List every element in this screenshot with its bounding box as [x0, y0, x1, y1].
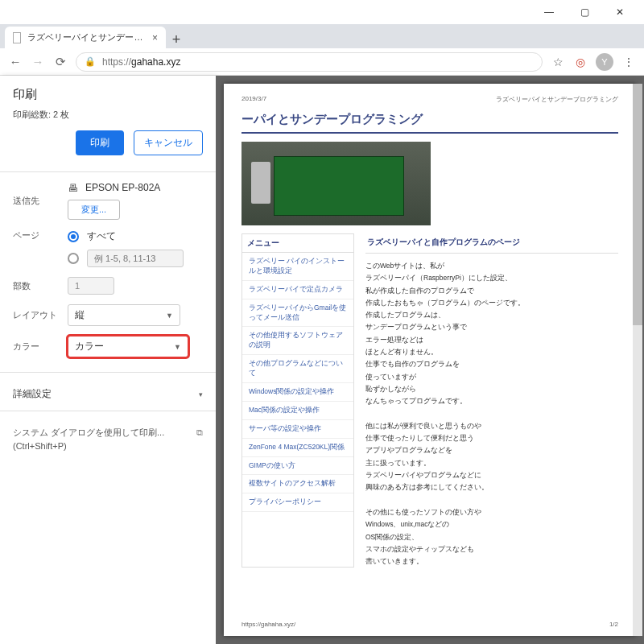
preview-footer-url: https://gahaha.xyz/: [242, 621, 295, 628]
pages-all-radio[interactable]: [68, 231, 79, 242]
tab-title: ラズベリーパイとサンデープログラミング: [27, 31, 146, 43]
preview-menu-item: Mac関係の設定や操作: [242, 402, 353, 420]
preview-hero-image: [242, 142, 431, 225]
chevron-down-icon: ▼: [166, 312, 173, 320]
window-close-button[interactable]: ✕: [602, 1, 638, 23]
window-minimize-button[interactable]: —: [531, 1, 567, 23]
preview-scrollbar[interactable]: [633, 84, 642, 636]
browser-tabstrip: ラズベリーパイとサンデープログラミング × +: [0, 24, 644, 48]
preview-menu-item: ラズベリー パイのインストールと環境設定: [242, 253, 353, 281]
pages-custom-input[interactable]: [87, 250, 184, 267]
preview-menu-item: 複数サイトのアクセス解析: [242, 475, 353, 493]
destination-value: EPSON EP-802A: [85, 182, 160, 193]
menu-kebab-icon[interactable]: ⋮: [621, 56, 636, 68]
print-button[interactable]: 印刷: [76, 130, 124, 155]
print-preview-pane: 2019/3/7 ラズベリーパイとサンデープログラミング ーパイとサンデープログ…: [216, 76, 644, 644]
reload-button[interactable]: ⟳: [53, 55, 68, 69]
browser-toolbar: ← → ⟳ 🔒 https://gahaha.xyz ☆ ◎ Y ⋮: [0, 48, 644, 76]
change-destination-button[interactable]: 変更...: [68, 200, 120, 220]
preview-footer-pagenum: 1/2: [609, 621, 618, 628]
bookmark-star-icon[interactable]: ☆: [551, 56, 565, 68]
preview-menu-item: ZenFone 4 Max(ZC520KL)関係: [242, 439, 353, 457]
preview-header-title: ラズベリーパイとサンデープログラミング: [496, 95, 618, 104]
preview-menu-item: プライバシーポリシー: [242, 493, 353, 512]
window-titlebar: — ▢ ✕: [0, 0, 644, 24]
extension-icon[interactable]: ◎: [573, 56, 588, 68]
chevron-down-icon: ▾: [199, 390, 203, 398]
pages-all-text: すべて: [87, 229, 116, 243]
workspace: 印刷 印刷総数: 2 枚 印刷 キャンセル 送信先 🖶 EPSON EP-802…: [0, 76, 644, 644]
color-label: カラー: [13, 341, 63, 353]
preview-menu-item: GIMPの使い方: [242, 457, 353, 476]
copies-label: 部数: [13, 280, 63, 292]
print-dialog-title: 印刷: [13, 87, 203, 102]
preview-content-heading: ラズベリーパイと自作プログラムのページ: [365, 233, 618, 254]
print-panel: 印刷 印刷総数: 2 枚 印刷 キャンセル 送信先 🖶 EPSON EP-802…: [0, 76, 216, 644]
cancel-button[interactable]: キャンセル: [134, 130, 203, 155]
preview-header-date: 2019/3/7: [242, 95, 266, 104]
new-tab-button[interactable]: +: [166, 31, 187, 48]
back-button[interactable]: ←: [8, 55, 23, 68]
preview-content-body: このWebサイトは、私がラズベリーパイ（RaspberryPi）にした設定、私が…: [365, 260, 618, 568]
preview-page: 2019/3/7 ラズベリーパイとサンデープログラミング ーパイとサンデープログ…: [224, 84, 636, 636]
preview-menu-item: ラズベリーパイで定点カメラ: [242, 281, 353, 299]
chevron-down-icon: ▼: [174, 343, 181, 351]
preview-menu-item: サーバ等の設定や操作: [242, 420, 353, 439]
printer-icon: 🖶: [68, 182, 79, 193]
color-select[interactable]: カラー▼: [68, 336, 188, 357]
window-maximize-button[interactable]: ▢: [567, 1, 602, 23]
preview-menu-item: ラズベリーパイからGmailを使ってメール送信: [242, 299, 353, 328]
tab-close-icon[interactable]: ×: [152, 32, 158, 43]
print-total-sheets: 印刷総数: 2 枚: [13, 109, 203, 121]
layout-label: レイアウト: [13, 309, 63, 321]
layout-select[interactable]: 縦▼: [68, 304, 180, 326]
preview-menu-item: Windows関係の設定や操作: [242, 383, 353, 402]
preview-menu-heading: メニュー: [242, 234, 353, 253]
preview-menu-item: その他使用するソフトウェアの説明: [242, 327, 353, 355]
scrollbar-thumb[interactable]: [633, 84, 642, 325]
destination-label: 送信先: [13, 195, 63, 207]
browser-tab[interactable]: ラズベリーパイとサンデープログラミング ×: [5, 27, 166, 48]
preview-content-box: ラズベリーパイと自作プログラムのページ このWebサイトは、私がラズベリーパイ（…: [365, 233, 618, 568]
preview-menu-box: メニュー ラズベリー パイのインストールと環境設定ラズベリーパイで定点カメララズ…: [242, 233, 354, 568]
copies-input[interactable]: [68, 277, 114, 295]
preview-page-title: ーパイとサンデープログラミング: [242, 112, 618, 127]
url-text: https://gahaha.xyz: [102, 56, 180, 68]
page-icon: [13, 32, 21, 43]
profile-avatar[interactable]: Y: [596, 53, 613, 71]
address-bar[interactable]: 🔒 https://gahaha.xyz: [76, 52, 543, 72]
pages-custom-radio[interactable]: [68, 253, 79, 264]
forward-button[interactable]: →: [31, 55, 45, 68]
pages-label: ページ: [13, 229, 63, 242]
advanced-settings-toggle[interactable]: 詳細設定 ▾: [13, 382, 203, 406]
preview-menu-item: その他プログラムなどについて: [242, 355, 353, 383]
system-dialog-link[interactable]: システム ダイアログを使用して印刷... (Ctrl+Shift+P) ⧉: [13, 426, 203, 452]
external-link-icon: ⧉: [196, 426, 203, 440]
lock-icon: 🔒: [85, 56, 96, 67]
